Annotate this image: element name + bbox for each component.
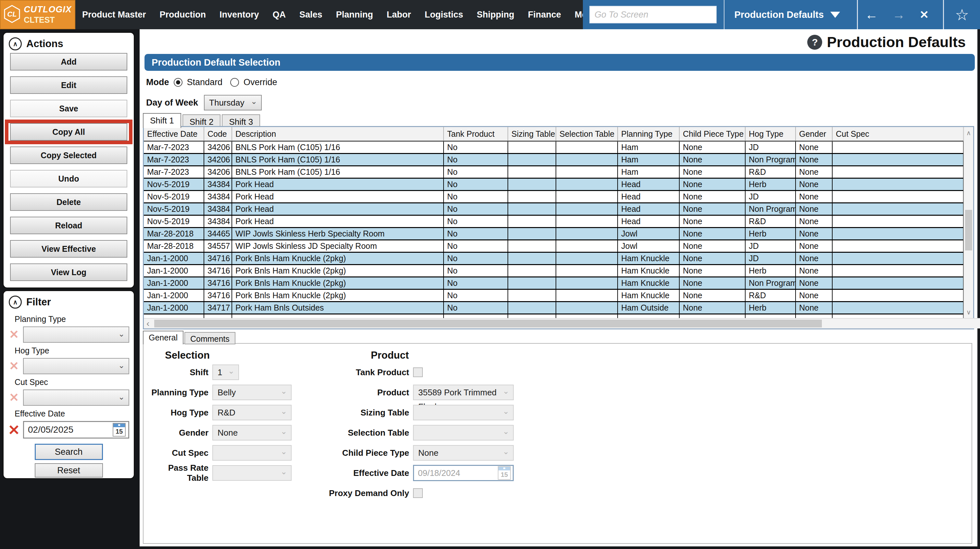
column-header-selection-table[interactable]: Selection Table	[556, 127, 617, 141]
edit-button[interactable]: Edit	[10, 77, 127, 94]
child-piece-type-select[interactable]: None⌄	[413, 445, 514, 461]
grid-row[interactable]: Nov-5-201934384Pork HeadNoHeadNoneHerbNo…	[144, 178, 963, 191]
sizing-table-select[interactable]: ⌄	[413, 405, 514, 420]
radio-override[interactable]	[230, 78, 239, 87]
nav-item-product-master[interactable]: Product Master	[75, 10, 153, 20]
planning-type-select[interactable]: Belly⌄	[212, 385, 291, 400]
proxy-demand-only-checkbox[interactable]	[413, 488, 423, 498]
column-header-child-piece-type[interactable]: Child Piece Type	[679, 127, 745, 141]
grid-row[interactable]: Mar-7-202334206BNLS Pork Ham (C105) 1/16…	[144, 166, 963, 178]
nav-item-qa[interactable]: QA	[266, 10, 293, 20]
grid-row[interactable]: Mar-28-201834465WIP Jowls Skinless Herb …	[144, 228, 963, 240]
cut-spec-select[interactable]: ⌄	[23, 389, 129, 406]
column-header-tank-product[interactable]: Tank Product	[444, 127, 508, 141]
save-button[interactable]: Save	[10, 100, 127, 117]
grid-row[interactable]: Nov-5-201934384Pork HeadNoHeadNoneNon Pr…	[144, 203, 963, 215]
vertical-scroll-thumb[interactable]	[965, 210, 972, 251]
field-label-effective-date: Effective Date	[325, 468, 413, 478]
planning-type-select[interactable]: ⌄	[23, 327, 129, 343]
search-button[interactable]: Search	[35, 444, 103, 460]
nav-item-production[interactable]: Production	[153, 10, 213, 20]
day-of-week-select[interactable]: Thursday ⌄	[204, 95, 262, 110]
scroll-down-icon[interactable]: ∨	[964, 308, 973, 316]
selection-form: Shift1⌄Planning TypeBelly⌄Hog TypeR&D⌄Ge…	[150, 364, 306, 485]
help-icon[interactable]: ?	[807, 35, 822, 50]
tank-product-checkbox[interactable]	[413, 367, 423, 377]
vertical-scrollbar[interactable]: ∧ ∨	[963, 127, 973, 318]
copy-selected-button[interactable]: Copy Selected	[10, 147, 127, 164]
column-header-effective-date[interactable]: Effective Date	[144, 127, 204, 141]
horizontal-scroll-thumb[interactable]	[154, 320, 822, 327]
hog-type-select[interactable]: R&D⌄	[212, 405, 291, 420]
shift-select[interactable]: 1⌄	[212, 364, 239, 380]
grid-cell	[556, 141, 617, 154]
nav-item-shipping[interactable]: Shipping	[470, 10, 521, 20]
tab-shift-1[interactable]: Shift 1	[143, 113, 181, 128]
field-label-gender: Gender	[150, 428, 212, 438]
selection-table-select[interactable]: ⌄	[413, 425, 514, 440]
add-button[interactable]: Add	[10, 53, 127, 70]
grid-cell: Jan-1-2000	[144, 252, 204, 265]
cut-spec-select[interactable]: ⌄	[212, 445, 291, 461]
tab-comments[interactable]: Comments	[185, 332, 235, 344]
horizontal-scrollbar[interactable]: ‹ ›	[144, 318, 980, 329]
column-header-cut-spec[interactable]: Cut Spec	[832, 127, 963, 141]
view-log-button[interactable]: View Log	[10, 263, 127, 281]
hog-type-select[interactable]: ⌄	[23, 358, 129, 374]
radio-standard[interactable]	[174, 78, 183, 87]
scroll-up-icon[interactable]: ∧	[964, 129, 973, 137]
grid-row[interactable]: Mar-7-202334206BNLS Pork Ham (C105) 1/16…	[144, 154, 963, 166]
nav-item-planning[interactable]: Planning	[329, 10, 380, 20]
grid-row[interactable]: Nov-5-201934384Pork HeadNoHeadNoneJDNone	[144, 191, 963, 203]
grid-row[interactable]: Jan-1-200034717Pork Ham Bnls OutsidesNoH…	[144, 302, 963, 314]
delete-button[interactable]: Delete	[10, 193, 127, 211]
calendar-icon[interactable]: 15	[113, 423, 126, 437]
effective-date-input[interactable]: 02/05/2025 15	[23, 421, 129, 439]
nav-item-finance[interactable]: Finance	[521, 10, 568, 20]
clear-filter-icon[interactable]: ✕	[7, 359, 21, 373]
grid-row[interactable]: Nov-5-201934384Pork HeadNoHeadNoneR&DNon…	[144, 215, 963, 228]
gender-select[interactable]: None⌄	[212, 425, 291, 440]
collapse-chevron-icon[interactable]: ∧	[9, 295, 22, 309]
goto-screen-input[interactable]	[589, 6, 717, 23]
grid-row[interactable]: Jan-1-200034716Pork Bnls Ham Knuckle (2p…	[144, 277, 963, 289]
grid-row[interactable]: Mar-7-202334206BNLS Pork Ham (C105) 1/16…	[144, 141, 963, 154]
grid-row[interactable]: Jan-1-200034716Pork Bnls Ham Knuckle (2p…	[144, 252, 963, 265]
forward-arrow-icon[interactable]: →	[885, 8, 912, 22]
grid-row[interactable]: Jan-1-200034716Pork Bnls Ham Knuckle (2p…	[144, 265, 963, 277]
nav-item-inventory[interactable]: Inventory	[213, 10, 266, 20]
pass-rate-table-select[interactable]: ⌄	[212, 465, 291, 481]
nav-item-logistics[interactable]: Logistics	[418, 10, 470, 20]
collapse-chevron-icon[interactable]: ∧	[9, 37, 22, 50]
column-header-hog-type[interactable]: Hog Type	[745, 127, 795, 141]
column-header-code[interactable]: Code	[204, 127, 232, 141]
nav-item-metrics[interactable]: Metrics	[568, 10, 583, 20]
scroll-left-icon[interactable]: ‹	[146, 319, 150, 329]
tab-general[interactable]: General	[143, 331, 183, 344]
product-select[interactable]: 35589 Pork Trimmed Flank⌄	[413, 385, 514, 400]
close-icon[interactable]: ✕	[912, 8, 936, 21]
view-effective-button[interactable]: View Effective	[10, 240, 127, 258]
screen-selector[interactable]: Production Defaults	[724, 0, 850, 29]
column-header-description[interactable]: Description	[232, 127, 444, 141]
grid-row[interactable]: Jan-1-200034716Pork Bnls Ham Knuckle (2p…	[144, 289, 963, 302]
column-header-gender[interactable]: Gender	[795, 127, 832, 141]
effective-date-input[interactable]: 09/18/202415	[413, 465, 514, 481]
grid-row[interactable]: Mar-28-201834557WIP Jowls Skinless JD Sp…	[144, 240, 963, 252]
grid-cell: None	[795, 252, 832, 265]
undo-button[interactable]: Undo	[10, 170, 127, 187]
calendar-icon[interactable]: 15	[498, 466, 511, 480]
copy-all-button[interactable]: Copy All	[10, 123, 127, 140]
nav-item-sales[interactable]: Sales	[293, 10, 329, 20]
column-header-planning-type[interactable]: Planning Type	[617, 127, 679, 141]
clear-date-icon[interactable]: ✕	[7, 422, 21, 438]
reset-button[interactable]: Reset	[35, 463, 103, 477]
nav-item-labor[interactable]: Labor	[380, 10, 418, 20]
reload-button[interactable]: Reload	[10, 217, 127, 234]
clear-filter-icon[interactable]: ✕	[7, 391, 21, 404]
column-header-sizing-table[interactable]: Sizing Table	[508, 127, 556, 141]
back-arrow-icon[interactable]: ←	[858, 8, 885, 22]
favorite-star-icon[interactable]: ☆	[944, 6, 980, 24]
grid-cell: 34716	[204, 265, 232, 277]
clear-filter-icon[interactable]: ✕	[7, 328, 21, 342]
